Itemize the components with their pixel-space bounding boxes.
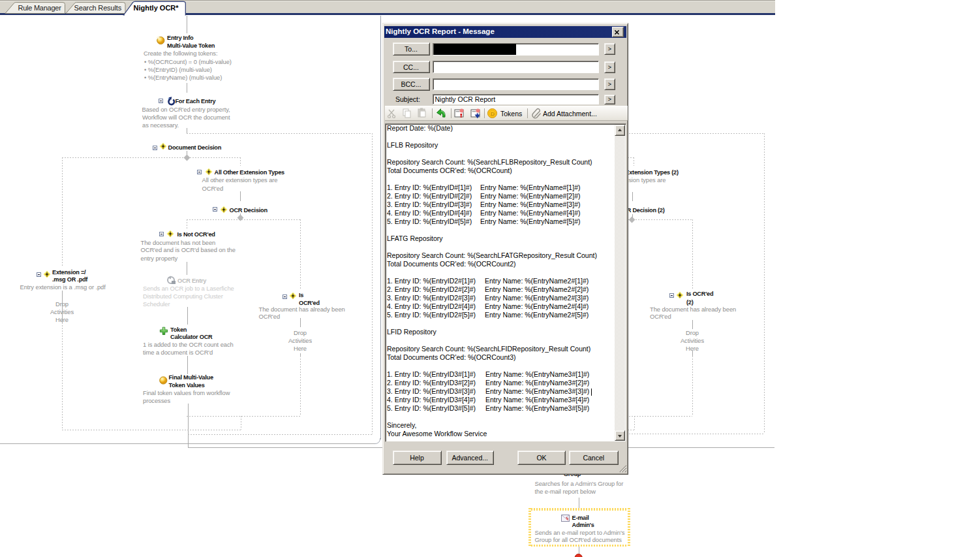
svg-text:D: D [491,111,495,117]
